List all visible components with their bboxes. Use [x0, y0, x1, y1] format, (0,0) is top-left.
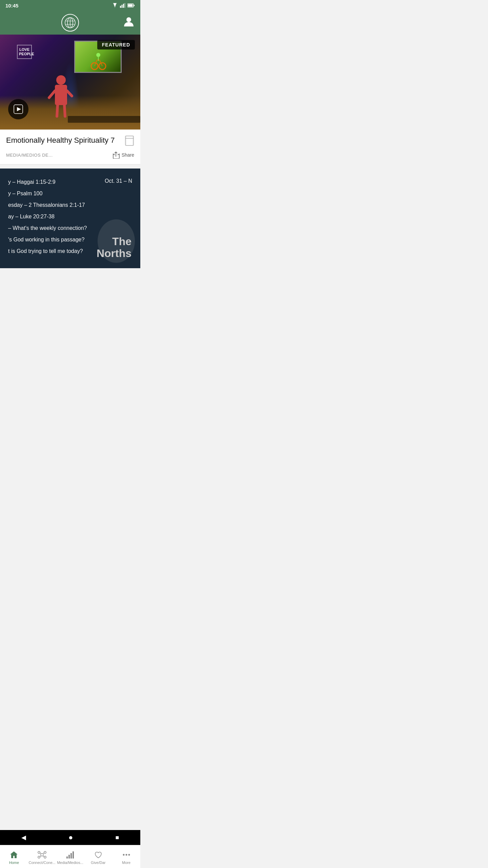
- section-divider: [0, 164, 140, 169]
- love-sign: LOVEPEOPLE: [17, 45, 32, 59]
- profile-button[interactable]: [123, 15, 135, 30]
- svg-rect-26: [126, 136, 133, 145]
- content-meta-row: MEDIA/MEDIOS DE... Share: [6, 151, 134, 159]
- play-button[interactable]: [8, 99, 28, 119]
- bookmark-icon: [125, 136, 134, 146]
- play-icon: [14, 104, 23, 114]
- battery-icon: [127, 3, 135, 7]
- share-icon: [112, 151, 120, 159]
- wifi-icon: [112, 3, 118, 8]
- content-category: MEDIA/MEDIOS DE...: [6, 153, 53, 158]
- profile-icon: [123, 15, 135, 27]
- share-button[interactable]: Share: [112, 151, 134, 159]
- signal-icon: [120, 3, 125, 8]
- svg-line-22: [64, 105, 65, 116]
- content-title-row: Emotionally Healthy Spirituality 7: [6, 136, 134, 147]
- svg-rect-18: [55, 85, 67, 105]
- bible-card[interactable]: Oct. 31 – N y – Haggai 1:15-2:9 y – Psal…: [0, 169, 140, 268]
- featured-badge: FEATURED: [97, 40, 135, 50]
- share-label: Share: [122, 152, 134, 158]
- logo-icon: [64, 17, 76, 28]
- svg-rect-6: [128, 4, 133, 7]
- svg-point-12: [126, 17, 131, 22]
- status-bar: 10:45: [0, 0, 140, 11]
- bible-line-3: esday – 2 Thessalonians 2:1-17: [8, 201, 132, 209]
- svg-rect-2: [123, 4, 124, 8]
- app-logo[interactable]: [61, 14, 79, 32]
- bible-line-2: y – Psalm 100: [8, 190, 132, 198]
- svg-rect-24: [125, 136, 134, 145]
- svg-rect-5: [134, 5, 135, 6]
- svg-line-19: [49, 91, 55, 98]
- svg-rect-3: [124, 3, 125, 8]
- bible-logo-text: TheNorths: [97, 236, 131, 259]
- content-card: Emotionally Healthy Spirituality 7 MEDIA…: [0, 130, 140, 164]
- bookmark-button[interactable]: [125, 136, 134, 147]
- app-header: [0, 11, 140, 35]
- svg-point-17: [56, 75, 66, 85]
- svg-rect-1: [122, 5, 123, 8]
- svg-point-15: [96, 53, 100, 57]
- status-icons: [112, 3, 135, 8]
- keyboard: [68, 116, 140, 123]
- featured-video[interactable]: LOVEPEOPLE: [0, 35, 140, 130]
- svg-line-21: [57, 105, 58, 116]
- preacher-silhouette: [47, 74, 75, 119]
- svg-rect-0: [120, 6, 121, 8]
- content-title: Emotionally Healthy Spirituality 7: [6, 136, 121, 145]
- status-time: 10:45: [5, 3, 18, 8]
- svg-line-20: [67, 91, 72, 96]
- bible-logo-overlay: TheNorths: [96, 214, 140, 268]
- bible-date: Oct. 31 – N: [105, 178, 132, 184]
